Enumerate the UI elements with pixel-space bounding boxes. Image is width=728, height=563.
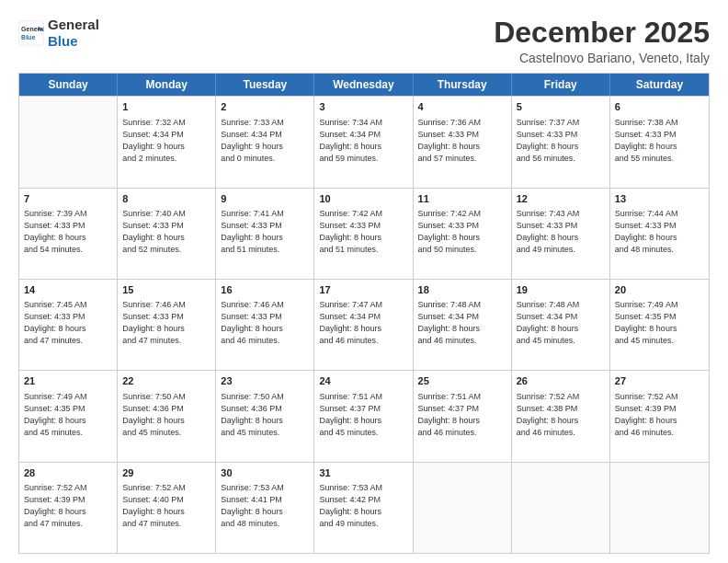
page: General Blue General Blue December 2025 …	[0, 0, 728, 563]
cell-info: Sunrise: 7:49 AM Sunset: 4:35 PM Dayligh…	[24, 391, 112, 439]
day-cell-11: 11Sunrise: 7:42 AM Sunset: 4:33 PM Dayli…	[414, 189, 512, 279]
calendar-body: 1Sunrise: 7:32 AM Sunset: 4:34 PM Daylig…	[19, 96, 709, 553]
day-number: 14	[24, 283, 112, 297]
day-cell-9: 9Sunrise: 7:41 AM Sunset: 4:33 PM Daylig…	[216, 189, 314, 279]
cell-info: Sunrise: 7:52 AM Sunset: 4:39 PM Dayligh…	[24, 482, 112, 530]
day-header-thursday: Thursday	[414, 74, 512, 96]
cell-info: Sunrise: 7:33 AM Sunset: 4:34 PM Dayligh…	[221, 117, 309, 165]
cell-info: Sunrise: 7:46 AM Sunset: 4:33 PM Dayligh…	[122, 299, 210, 347]
day-number: 5	[517, 100, 605, 114]
calendar: SundayMondayTuesdayWednesdayThursdayFrid…	[18, 73, 710, 554]
day-number: 6	[615, 100, 704, 114]
cell-info: Sunrise: 7:38 AM Sunset: 4:33 PM Dayligh…	[615, 117, 704, 165]
cell-info: Sunrise: 7:53 AM Sunset: 4:42 PM Dayligh…	[319, 482, 407, 530]
cell-info: Sunrise: 7:51 AM Sunset: 4:37 PM Dayligh…	[418, 391, 506, 439]
day-cell-23: 23Sunrise: 7:50 AM Sunset: 4:36 PM Dayli…	[216, 371, 314, 461]
day-cell-16: 16Sunrise: 7:46 AM Sunset: 4:33 PM Dayli…	[216, 280, 314, 370]
day-cell-20: 20Sunrise: 7:49 AM Sunset: 4:35 PM Dayli…	[610, 280, 709, 370]
cell-info: Sunrise: 7:36 AM Sunset: 4:33 PM Dayligh…	[418, 117, 506, 165]
day-number: 4	[418, 100, 506, 114]
day-header-wednesday: Wednesday	[314, 74, 413, 96]
day-header-sunday: Sunday	[19, 74, 118, 96]
day-cell-17: 17Sunrise: 7:47 AM Sunset: 4:34 PM Dayli…	[314, 280, 413, 370]
day-number: 21	[24, 374, 112, 388]
day-number: 3	[319, 100, 407, 114]
cell-info: Sunrise: 7:32 AM Sunset: 4:34 PM Dayligh…	[122, 117, 210, 165]
cell-info: Sunrise: 7:53 AM Sunset: 4:41 PM Dayligh…	[221, 482, 309, 530]
cell-info: Sunrise: 7:48 AM Sunset: 4:34 PM Dayligh…	[517, 299, 605, 347]
day-cell-4: 4Sunrise: 7:36 AM Sunset: 4:33 PM Daylig…	[414, 97, 512, 187]
day-cell-13: 13Sunrise: 7:44 AM Sunset: 4:33 PM Dayli…	[610, 189, 709, 279]
calendar-header: SundayMondayTuesdayWednesdayThursdayFrid…	[19, 74, 709, 96]
title-block: December 2025 Castelnovo Bariano, Veneto…	[494, 17, 710, 65]
day-header-saturday: Saturday	[610, 74, 709, 96]
day-cell-3: 3Sunrise: 7:34 AM Sunset: 4:34 PM Daylig…	[314, 97, 413, 187]
day-number: 29	[122, 466, 210, 480]
day-number: 8	[122, 192, 210, 206]
day-number: 13	[615, 192, 704, 206]
day-cell-1: 1Sunrise: 7:32 AM Sunset: 4:34 PM Daylig…	[118, 97, 216, 187]
day-number: 22	[122, 374, 210, 388]
logo-icon: General Blue	[18, 20, 44, 46]
day-number: 24	[319, 374, 407, 388]
day-header-tuesday: Tuesday	[216, 74, 314, 96]
day-cell-8: 8Sunrise: 7:40 AM Sunset: 4:33 PM Daylig…	[118, 189, 216, 279]
day-header-friday: Friday	[512, 74, 610, 96]
cell-info: Sunrise: 7:45 AM Sunset: 4:33 PM Dayligh…	[24, 299, 112, 347]
cell-info: Sunrise: 7:46 AM Sunset: 4:33 PM Dayligh…	[221, 299, 309, 347]
day-number: 19	[517, 283, 605, 297]
day-number: 1	[122, 100, 210, 114]
logo-text: General Blue	[48, 17, 99, 50]
cell-info: Sunrise: 7:52 AM Sunset: 4:38 PM Dayligh…	[517, 391, 605, 439]
cell-info: Sunrise: 7:42 AM Sunset: 4:33 PM Dayligh…	[418, 208, 506, 256]
cell-info: Sunrise: 7:41 AM Sunset: 4:33 PM Dayligh…	[221, 208, 309, 256]
day-header-monday: Monday	[118, 74, 216, 96]
day-cell-30: 30Sunrise: 7:53 AM Sunset: 4:41 PM Dayli…	[216, 463, 314, 553]
day-cell-29: 29Sunrise: 7:52 AM Sunset: 4:40 PM Dayli…	[118, 463, 216, 553]
day-cell-15: 15Sunrise: 7:46 AM Sunset: 4:33 PM Dayli…	[118, 280, 216, 370]
day-number: 26	[517, 374, 605, 388]
empty-cell	[19, 97, 118, 187]
cell-info: Sunrise: 7:40 AM Sunset: 4:33 PM Dayligh…	[122, 208, 210, 256]
day-number: 20	[615, 283, 704, 297]
day-cell-28: 28Sunrise: 7:52 AM Sunset: 4:39 PM Dayli…	[19, 463, 118, 553]
day-cell-27: 27Sunrise: 7:52 AM Sunset: 4:39 PM Dayli…	[610, 371, 709, 461]
header: General Blue General Blue December 2025 …	[18, 17, 710, 65]
day-number: 12	[517, 192, 605, 206]
cell-info: Sunrise: 7:51 AM Sunset: 4:37 PM Dayligh…	[319, 391, 407, 439]
day-cell-22: 22Sunrise: 7:50 AM Sunset: 4:36 PM Dayli…	[118, 371, 216, 461]
cell-info: Sunrise: 7:44 AM Sunset: 4:33 PM Dayligh…	[615, 208, 704, 256]
day-number: 11	[418, 192, 506, 206]
empty-cell	[414, 463, 512, 553]
week-row-5: 28Sunrise: 7:52 AM Sunset: 4:39 PM Dayli…	[19, 462, 709, 553]
day-number: 2	[221, 100, 309, 114]
day-cell-25: 25Sunrise: 7:51 AM Sunset: 4:37 PM Dayli…	[414, 371, 512, 461]
cell-info: Sunrise: 7:50 AM Sunset: 4:36 PM Dayligh…	[221, 391, 309, 439]
day-number: 23	[221, 374, 309, 388]
day-number: 9	[221, 192, 309, 206]
cell-info: Sunrise: 7:49 AM Sunset: 4:35 PM Dayligh…	[615, 299, 704, 347]
day-cell-31: 31Sunrise: 7:53 AM Sunset: 4:42 PM Dayli…	[314, 463, 413, 553]
week-row-4: 21Sunrise: 7:49 AM Sunset: 4:35 PM Dayli…	[19, 370, 709, 461]
day-number: 16	[221, 283, 309, 297]
cell-info: Sunrise: 7:37 AM Sunset: 4:33 PM Dayligh…	[517, 117, 605, 165]
day-number: 10	[319, 192, 407, 206]
location: Castelnovo Bariano, Veneto, Italy	[494, 51, 710, 65]
day-number: 18	[418, 283, 506, 297]
day-cell-2: 2Sunrise: 7:33 AM Sunset: 4:34 PM Daylig…	[216, 97, 314, 187]
week-row-2: 7Sunrise: 7:39 AM Sunset: 4:33 PM Daylig…	[19, 188, 709, 279]
svg-text:Blue: Blue	[21, 34, 35, 40]
day-cell-6: 6Sunrise: 7:38 AM Sunset: 4:33 PM Daylig…	[610, 97, 709, 187]
day-number: 30	[221, 466, 309, 480]
day-number: 31	[319, 466, 407, 480]
svg-rect-0	[19, 21, 43, 45]
day-cell-24: 24Sunrise: 7:51 AM Sunset: 4:37 PM Dayli…	[314, 371, 413, 461]
day-number: 7	[24, 192, 112, 206]
cell-info: Sunrise: 7:47 AM Sunset: 4:34 PM Dayligh…	[319, 299, 407, 347]
cell-info: Sunrise: 7:39 AM Sunset: 4:33 PM Dayligh…	[24, 208, 112, 256]
day-cell-14: 14Sunrise: 7:45 AM Sunset: 4:33 PM Dayli…	[19, 280, 118, 370]
cell-info: Sunrise: 7:50 AM Sunset: 4:36 PM Dayligh…	[122, 391, 210, 439]
day-cell-21: 21Sunrise: 7:49 AM Sunset: 4:35 PM Dayli…	[19, 371, 118, 461]
cell-info: Sunrise: 7:43 AM Sunset: 4:33 PM Dayligh…	[517, 208, 605, 256]
day-cell-26: 26Sunrise: 7:52 AM Sunset: 4:38 PM Dayli…	[512, 371, 610, 461]
